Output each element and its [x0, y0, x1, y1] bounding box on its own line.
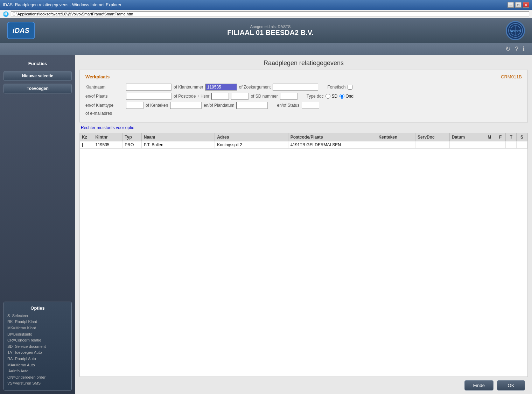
- en-of-plandatum-label: en/of Plandatum: [204, 103, 234, 108]
- company-name: FILIAAL 01 BEESDA2 B.V.: [227, 29, 314, 37]
- address-bar: 🌐: [0, 10, 532, 18]
- crm-code: CRM011B: [501, 74, 522, 79]
- toolbar-row: ↻ ? ℹ: [0, 43, 532, 55]
- table-container: Kz Klntnr Typ Naam Adres Postcode/Plaats…: [79, 133, 528, 377]
- hsnr-input[interactable]: [231, 93, 248, 100]
- of-emailadres-label: of e-mailadres: [85, 111, 124, 116]
- window-controls[interactable]: ─ □ ✕: [507, 2, 529, 8]
- type-ond-option[interactable]: Ond: [340, 94, 354, 99]
- cell-klntnr: 119535: [93, 141, 122, 149]
- type-sd-radio[interactable]: [326, 94, 330, 99]
- of-klantnummer-label: of Klantnummer: [174, 85, 203, 90]
- page-header: Raadplegen relatiegegevens: [75, 55, 532, 70]
- col-header-typ: Typ: [122, 133, 142, 141]
- kenteken-input[interactable]: [170, 102, 202, 109]
- volvo-logo: VOLVO: [506, 21, 525, 40]
- app-header: iDAS Aangemeld als: DASTS FILIAAL 01 BEE…: [0, 18, 532, 43]
- cell-servdoc: [415, 141, 450, 149]
- col-header-klntnr: Klntnr: [93, 133, 122, 141]
- type-sd-option[interactable]: SD: [326, 94, 337, 99]
- opties-item-6: SD=Service document: [7, 344, 68, 350]
- header-center: Aangemeld als: DASTS FILIAAL 01 BEESDA2 …: [227, 24, 314, 37]
- info-icon[interactable]: ℹ: [523, 45, 525, 53]
- col-header-m: M: [484, 133, 495, 141]
- fonetisch-checkbox[interactable]: [348, 85, 352, 90]
- sidebar-spacer: [4, 96, 72, 299]
- plandatum-input[interactable]: [236, 102, 268, 109]
- col-header-f: F: [495, 133, 506, 141]
- functies-title: Functies: [4, 59, 72, 68]
- en-of-plaats-label: en/of Plaats: [85, 94, 124, 99]
- close-button[interactable]: ✕: [523, 2, 529, 8]
- opties-item-2: RK=Raadpl Klant: [7, 319, 68, 325]
- col-header-adres: Adres: [215, 133, 288, 141]
- col-header-kz: Kz: [80, 133, 93, 141]
- zoekargument-input[interactable]: [273, 84, 318, 91]
- opties-item-5: CR=Concern relatie: [7, 337, 68, 344]
- col-header-t: T: [506, 133, 517, 141]
- cell-s: [517, 141, 527, 149]
- window-title: IDAS: Raadplegen relatiegegevens - Windo…: [3, 2, 121, 7]
- sd-nummer-input[interactable]: [280, 93, 298, 100]
- cell-datum: [449, 141, 484, 149]
- type-ond-label: Ond: [345, 94, 354, 99]
- opties-item-9: MA=Memo Auto: [7, 362, 68, 368]
- ok-button[interactable]: OK: [497, 380, 525, 391]
- klanttype-input[interactable]: [126, 102, 144, 109]
- nieuwe-selectie-button[interactable]: Nieuwe selectie: [4, 71, 72, 81]
- type-doc-label: Type doc: [307, 94, 324, 99]
- klantnaam-input[interactable]: [126, 84, 172, 91]
- postcode-input[interactable]: [211, 93, 229, 100]
- opties-item-3: MK=Memo Klant: [7, 325, 68, 331]
- form-top-row: Werkplaats CRM011B: [85, 74, 522, 79]
- minimize-button[interactable]: ─: [507, 2, 514, 8]
- of-zoekargument-label: of Zoekargument: [239, 85, 271, 90]
- results-table: Kz Klntnr Typ Naam Adres Postcode/Plaats…: [80, 133, 527, 149]
- opties-item-10: IA=Info Auto: [7, 368, 68, 374]
- table-row[interactable]: | 119535 PRO P.T. Bollen Koningsspil 2 4…: [80, 141, 527, 149]
- form-row-4: of e-mailadres: [85, 111, 522, 116]
- page-icon: 🌐: [3, 11, 9, 17]
- sidebar-opties: Opties S=Selecteer RK=Raadpl Klant MK=Me…: [4, 302, 72, 391]
- klantnummer-input[interactable]: [205, 84, 237, 91]
- cell-naam: P.T. Bollen: [141, 141, 215, 149]
- cell-f: [495, 141, 506, 149]
- app-body: Functies Nieuwe selectie Toevoegen Optie…: [0, 55, 532, 394]
- form-area: Werkplaats CRM011B Klantnaam of Klantnum…: [79, 70, 528, 122]
- address-input[interactable]: [11, 11, 529, 17]
- einde-button[interactable]: Einde: [464, 380, 493, 391]
- type-ond-radio[interactable]: [340, 94, 344, 99]
- col-header-kenteken: Kenteken: [376, 133, 415, 141]
- of-kenteken-label: of Kenteken: [146, 103, 168, 108]
- col-header-datum: Datum: [449, 133, 484, 141]
- col-header-pc: Postcode/Plaats: [288, 133, 376, 141]
- status-input[interactable]: [302, 102, 319, 109]
- klantnaam-label: Klantnaam: [85, 85, 124, 90]
- of-postcode-hsnr-label: of Postcode + Hsnr: [174, 94, 209, 99]
- window-titlebar: IDAS: Raadplegen relatiegegevens - Windo…: [0, 0, 532, 10]
- opties-item-12: VS=Versturen SMS: [7, 380, 68, 387]
- type-sd-label: SD: [331, 94, 337, 99]
- of-sd-nummer-label: of SD nummer: [251, 94, 278, 99]
- table-header-row: Kz Klntnr Typ Naam Adres Postcode/Plaats…: [80, 133, 527, 141]
- opties-item-8: RA=Raadpl Auto: [7, 356, 68, 362]
- form-row-2: en/of Plaats of Postcode + Hsnr of SD nu…: [85, 93, 522, 100]
- col-header-servdoc: ServDoc: [415, 133, 450, 141]
- hint-text[interactable]: Rechter muistoets voor optie: [75, 122, 532, 133]
- help-icon[interactable]: ?: [515, 45, 518, 53]
- col-header-s: S: [517, 133, 527, 141]
- refresh-icon[interactable]: ↻: [505, 45, 511, 53]
- plaats-input[interactable]: [126, 93, 172, 100]
- opties-item-4: BI=Bedrijfsinfo: [7, 331, 68, 338]
- cell-t: [506, 141, 517, 149]
- app-container: iDAS Aangemeld als: DASTS FILIAAL 01 BEE…: [0, 18, 532, 394]
- restore-button[interactable]: □: [515, 2, 522, 8]
- cell-adres: Koningsspil 2: [215, 141, 288, 149]
- logged-in-label: Aangemeld als: DASTS: [227, 24, 314, 29]
- cell-m: [484, 141, 495, 149]
- cell-typ: PRO: [122, 141, 142, 149]
- footer-area: Einde OK: [75, 377, 532, 394]
- main-content: Raadplegen relatiegegevens Werkplaats CR…: [75, 55, 532, 394]
- toevoegen-button[interactable]: Toevoegen: [4, 84, 72, 93]
- en-of-klanttype-label: en/of Klanttype: [85, 103, 124, 108]
